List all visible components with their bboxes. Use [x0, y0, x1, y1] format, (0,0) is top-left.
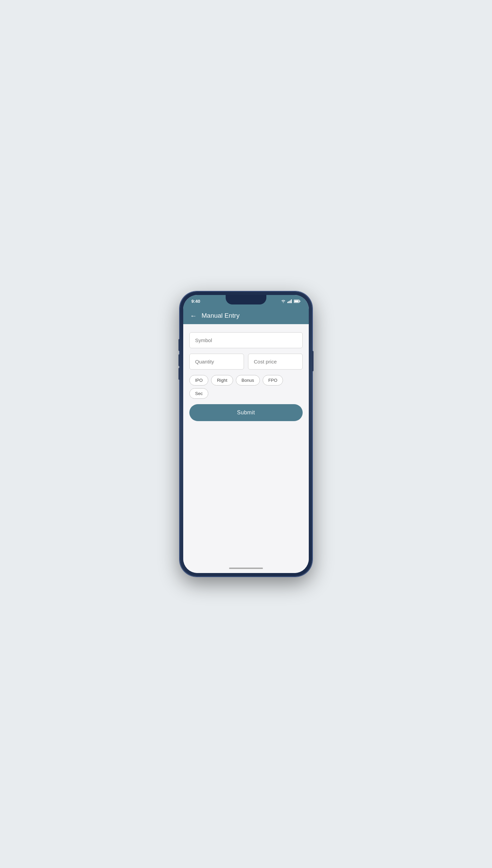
app-bar: ← Manual Entry: [183, 307, 309, 324]
battery-icon: [294, 299, 301, 303]
chip-fpo[interactable]: FPO: [263, 375, 283, 386]
home-bar: [229, 568, 263, 569]
submit-button[interactable]: Submit: [189, 404, 303, 421]
svg-rect-6: [294, 300, 299, 302]
svg-rect-5: [300, 300, 300, 302]
svg-rect-1: [289, 301, 290, 303]
back-button[interactable]: ←: [190, 312, 197, 319]
status-bar: 9:40: [183, 295, 309, 307]
form-content: IPO Right Bonus FPO Sec Submit: [183, 324, 309, 564]
svg-rect-0: [287, 302, 288, 303]
signal-icon: [287, 299, 292, 303]
chip-sec[interactable]: Sec: [189, 388, 208, 399]
page-title: Manual Entry: [202, 312, 240, 319]
status-time: 9:40: [191, 299, 200, 304]
quantity-costprice-row: [189, 354, 303, 370]
chip-right[interactable]: Right: [211, 375, 233, 386]
svg-rect-2: [290, 300, 291, 303]
home-indicator: [183, 564, 309, 573]
svg-rect-3: [291, 299, 292, 303]
quantity-input[interactable]: [189, 354, 244, 370]
phone-screen: 9:40: [183, 295, 309, 573]
chip-ipo[interactable]: IPO: [189, 375, 208, 386]
wifi-icon: [281, 299, 286, 303]
chip-bonus[interactable]: Bonus: [236, 375, 260, 386]
chip-row: IPO Right Bonus FPO Sec: [189, 375, 303, 399]
phone-frame: 9:40: [180, 292, 312, 576]
notch: [226, 295, 266, 304]
cost-price-input[interactable]: [248, 354, 303, 370]
status-icons: [281, 299, 301, 303]
symbol-input[interactable]: [189, 332, 303, 348]
